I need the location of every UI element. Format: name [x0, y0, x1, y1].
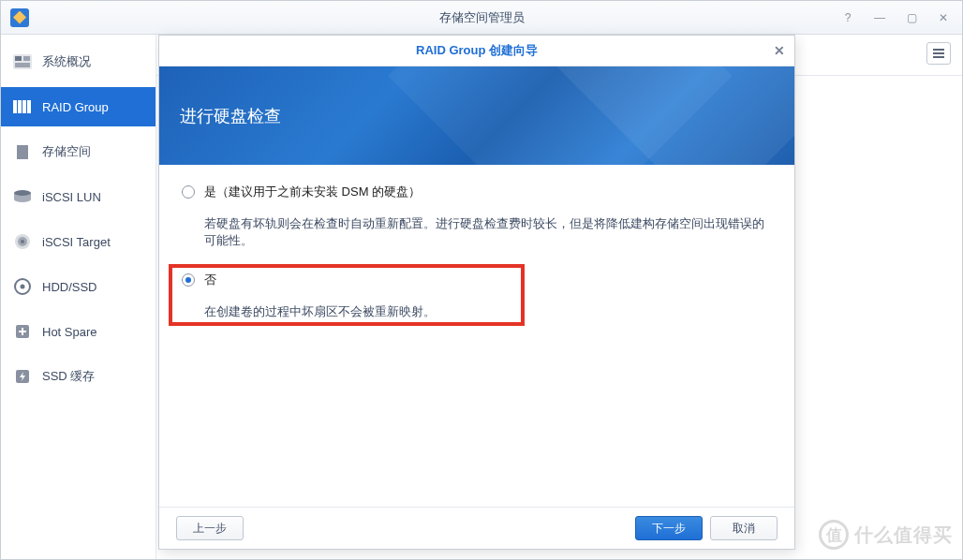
hot-spare-icon	[12, 323, 33, 340]
option-yes-label: 是（建议用于之前未安装 DSM 的硬盘）	[204, 184, 772, 200]
wizard-title-bar: RAID Group 创建向导 ✕	[159, 36, 794, 66]
radio-yes[interactable]	[182, 185, 195, 199]
window-title: 存储空间管理员	[439, 9, 525, 26]
wizard-body: 是（建议用于之前未安装 DSM 的硬盘） 若硬盘有坏轨则会在检查时自动重新配置。…	[159, 165, 794, 507]
hdd-ssd-icon	[12, 278, 33, 295]
cancel-button[interactable]: 取消	[710, 516, 778, 540]
sidebar-item-hot-spare[interactable]: Hot Spare	[1, 312, 156, 351]
sidebar-item-ssd-cache[interactable]: SSD 缓存	[1, 357, 156, 396]
option-yes: 是（建议用于之前未安装 DSM 的硬盘） 若硬盘有坏轨则会在检查时自动重新配置。…	[182, 184, 772, 249]
close-button[interactable]: ✕	[930, 7, 956, 28]
sidebar-item-raid-group[interactable]: RAID Group	[1, 87, 156, 126]
ssd-cache-icon	[12, 368, 33, 385]
app-icon	[10, 8, 29, 27]
overview-icon	[12, 53, 33, 70]
svg-rect-5	[18, 100, 22, 113]
titlebar: 存储空间管理员 ? — ▢ ✕	[1, 1, 962, 35]
option-no-desc: 在创建卷的过程中坏扇区不会被重新映射。	[204, 303, 772, 320]
back-button[interactable]: 上一步	[176, 516, 244, 540]
next-button[interactable]: 下一步	[635, 516, 703, 540]
sidebar-item-iscsi-lun[interactable]: iSCSI LUN	[1, 177, 156, 216]
sidebar-item-overview[interactable]: 系统概况	[1, 42, 156, 81]
wizard-title: RAID Group 创建向导	[416, 42, 538, 59]
sidebar-item-label: RAID Group	[42, 100, 109, 114]
svg-rect-7	[27, 100, 31, 113]
window-controls: ? — ▢ ✕	[835, 7, 956, 28]
maximize-button[interactable]: ▢	[898, 7, 925, 28]
sidebar: 系统概况 RAID Group 存储空间 iSCSI LUN iSCSI Tar…	[1, 35, 156, 559]
sidebar-item-label: iSCSI Target	[42, 235, 111, 249]
svg-rect-2	[23, 56, 30, 61]
svg-rect-4	[13, 100, 17, 113]
wizard-modal: RAID Group 创建向导 ✕ 进行硬盘检查 是（建议用于之前未安装 DSM…	[156, 35, 962, 559]
svg-point-13	[21, 285, 25, 289]
sidebar-item-label: 存储空间	[42, 143, 91, 160]
option-yes-desc: 若硬盘有坏轨则会在检查时自动重新配置。进行硬盘检查费时较长，但是将降低建构存储空…	[204, 215, 772, 249]
iscsi-target-icon	[12, 233, 33, 250]
sidebar-item-label: HDD/SSD	[42, 280, 97, 294]
sidebar-item-hdd-ssd[interactable]: HDD/SSD	[1, 267, 156, 306]
sidebar-item-label: 系统概况	[42, 53, 91, 70]
storage-icon	[12, 143, 33, 160]
sidebar-item-label: SSD 缓存	[42, 368, 95, 385]
iscsi-lun-icon	[12, 188, 33, 205]
sidebar-item-label: iSCSI LUN	[42, 190, 101, 204]
sidebar-item-iscsi-target[interactable]: iSCSI Target	[1, 222, 156, 261]
svg-rect-3	[15, 63, 30, 67]
wizard-dialog: RAID Group 创建向导 ✕ 进行硬盘检查 是（建议用于之前未安装 DSM…	[158, 35, 795, 550]
wizard-footer: 上一步 下一步 取消	[159, 507, 794, 549]
svg-point-11	[21, 240, 24, 243]
option-no: 否 在创建卷的过程中坏扇区不会被重新映射。	[182, 272, 772, 320]
main-area: 系统概况 RAID Group 存储空间 iSCSI LUN iSCSI Tar…	[1, 35, 962, 559]
minimize-button[interactable]: —	[867, 7, 893, 28]
sidebar-item-storage[interactable]: 存储空间	[1, 132, 156, 171]
wizard-close-icon[interactable]: ✕	[774, 43, 785, 58]
option-no-label: 否	[204, 272, 772, 288]
wizard-step-title: 进行硬盘检查	[180, 105, 281, 127]
radio-no[interactable]	[182, 273, 195, 287]
svg-rect-1	[15, 56, 22, 61]
svg-rect-6	[22, 100, 26, 113]
raid-group-icon	[12, 98, 33, 115]
wizard-banner: 进行硬盘检查	[159, 66, 794, 165]
app-window: 存储空间管理员 ? — ▢ ✕ 系统概况 RAID Group 存储空间	[0, 0, 963, 560]
help-button[interactable]: ?	[835, 7, 861, 28]
sidebar-item-label: Hot Spare	[42, 325, 97, 339]
